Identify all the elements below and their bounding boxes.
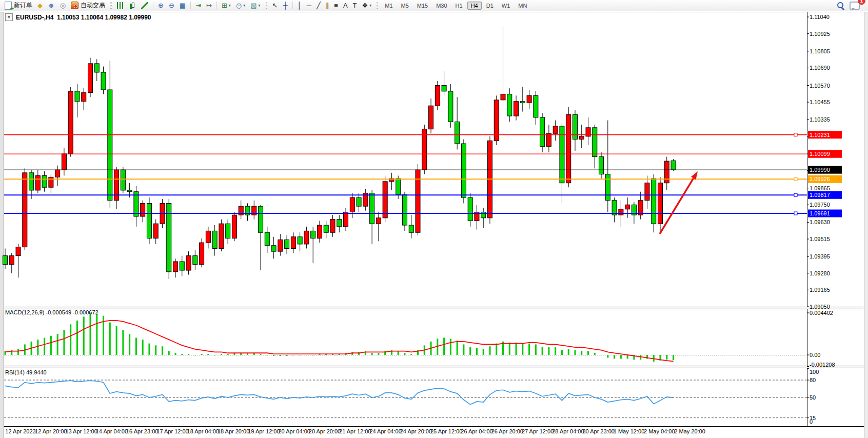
insert-group-separator bbox=[216, 2, 217, 9]
cursor-icon-glyph: ↖ bbox=[272, 2, 278, 10]
candle bbox=[527, 95, 531, 103]
candle bbox=[383, 182, 387, 218]
time-axis-label: 2 May 20:00 bbox=[674, 428, 705, 434]
zoom-out-icon[interactable]: ⊖ bbox=[167, 0, 176, 11]
candle bbox=[82, 93, 86, 102]
macd-axis-label: 0.004402 bbox=[810, 310, 833, 316]
candle bbox=[402, 194, 407, 225]
templates-icon[interactable]: ▧▾ bbox=[248, 0, 262, 11]
timeframe-H1[interactable]: H1 bbox=[452, 2, 466, 10]
horizontal-line-icon[interactable]: ─ bbox=[305, 0, 313, 11]
macd-histogram-bar bbox=[371, 353, 373, 355]
panel-splitter-0[interactable] bbox=[4, 307, 864, 309]
candle bbox=[226, 224, 230, 238]
dropdown-arrow-icon[interactable]: ▾ bbox=[229, 3, 231, 8]
candle bbox=[141, 203, 145, 216]
text-label-icon[interactable]: T bbox=[351, 0, 359, 11]
time-axis-label: 17 Apr 12:00 bbox=[156, 428, 188, 434]
macd-histogram-bar bbox=[260, 354, 262, 355]
candlestick-chart-icon-glyph bbox=[129, 2, 136, 9]
equidistant-channel-icon[interactable]: ∥ bbox=[324, 0, 331, 11]
chart-shift-icon[interactable]: ↦ bbox=[204, 0, 214, 11]
timeframe-M1[interactable]: M1 bbox=[381, 2, 396, 10]
line-chart-icon[interactable] bbox=[139, 0, 150, 11]
timeframe-M15[interactable]: M15 bbox=[413, 2, 431, 10]
macd-axis-label: -0.001208 bbox=[810, 362, 835, 368]
candle bbox=[507, 94, 512, 116]
vertical-line-icon[interactable]: │ bbox=[295, 0, 304, 11]
candle bbox=[370, 193, 374, 224]
crosshair-icon[interactable]: ┼ bbox=[281, 0, 289, 11]
candle bbox=[62, 154, 66, 170]
cursor-icon[interactable]: ↖ bbox=[270, 0, 280, 11]
panel-splitter-1[interactable] bbox=[4, 366, 864, 368]
candle bbox=[540, 117, 545, 147]
timeframe-M30[interactable]: M30 bbox=[432, 2, 450, 10]
macd-histogram-bar bbox=[37, 340, 38, 355]
chart-canvas[interactable]: 1.110401.109251.108051.106901.105701.104… bbox=[0, 0, 868, 438]
candlestick-chart-icon[interactable] bbox=[127, 0, 138, 11]
candle bbox=[357, 197, 361, 206]
autotrading-button[interactable]: 自动交易 bbox=[69, 0, 107, 11]
timeframe-D1[interactable]: D1 bbox=[483, 2, 497, 10]
fibonacci-icon[interactable]: ≡ bbox=[332, 0, 340, 11]
time-axis-label: 18 Apr 20:00 bbox=[218, 428, 249, 434]
candle bbox=[147, 203, 151, 238]
rsi-indicator-label: RSI(14) 49.9440 bbox=[5, 369, 47, 375]
zoom-out-icon-glyph: ⊖ bbox=[169, 2, 174, 10]
dropdown-arrow-icon[interactable]: ▾ bbox=[243, 3, 245, 8]
marketwatch-icon[interactable]: ◆ bbox=[35, 0, 45, 11]
macd-histogram-bar bbox=[221, 354, 222, 355]
window-right-edge bbox=[864, 12, 868, 438]
price-tick-label: 1.10335 bbox=[810, 116, 830, 123]
bar-chart-icon[interactable] bbox=[115, 0, 126, 11]
zoom-in-icon[interactable]: ⊕ bbox=[156, 0, 166, 11]
new-order-button[interactable]: 新订单 bbox=[3, 0, 34, 11]
timeframe-W1[interactable]: W1 bbox=[498, 2, 514, 10]
signals-icon[interactable]: ◎ bbox=[58, 0, 68, 11]
candle bbox=[501, 94, 505, 100]
navigator-icon-glyph: ☻ bbox=[48, 2, 55, 10]
rsi-axis-label: 50 bbox=[810, 394, 816, 401]
macd-histogram-bar bbox=[299, 355, 301, 355]
marketwatch-icon-glyph: ◆ bbox=[37, 2, 43, 10]
macd-histogram-bar bbox=[398, 351, 399, 355]
candle bbox=[422, 129, 427, 170]
auto-scroll-icon[interactable]: ⇥ bbox=[193, 0, 203, 11]
support-line-2-handle[interactable] bbox=[794, 212, 797, 215]
templates-icon-glyph: ▧ bbox=[250, 2, 257, 10]
timeframe-MN[interactable]: MN bbox=[515, 2, 530, 10]
candle bbox=[605, 174, 610, 201]
macd-histogram-bar bbox=[476, 348, 478, 355]
macd-histogram-bar bbox=[378, 353, 379, 355]
dropdown-arrow-icon[interactable]: ▾ bbox=[369, 3, 371, 8]
macd-histogram-bar bbox=[496, 344, 497, 355]
navigator-icon[interactable]: ☻ bbox=[46, 0, 57, 11]
symbol-dropdown-icon[interactable]: ▼ bbox=[5, 13, 13, 21]
tile-windows-icon[interactable]: ▦ bbox=[177, 0, 188, 11]
timeframe-M5[interactable]: M5 bbox=[398, 2, 412, 10]
timeframes-separator bbox=[377, 2, 378, 9]
arrows-icon[interactable]: ❖▾ bbox=[360, 0, 374, 11]
pivot-line-handle[interactable] bbox=[794, 177, 797, 181]
chat-icon[interactable]: 1 bbox=[847, 0, 862, 11]
resistance-line-1-handle[interactable] bbox=[794, 133, 797, 136]
search-icon[interactable] bbox=[835, 0, 846, 11]
candle bbox=[121, 170, 125, 190]
macd-histogram-bar bbox=[509, 343, 510, 355]
indicators-icon-glyph: ⊞ bbox=[222, 2, 227, 10]
support-line-1-handle[interactable] bbox=[794, 193, 797, 196]
candle bbox=[9, 256, 14, 265]
periods-icon[interactable]: ◷▾ bbox=[234, 0, 247, 11]
candle bbox=[278, 240, 283, 251]
indicators-icon[interactable]: ⊞▾ bbox=[220, 0, 233, 11]
dropdown-arrow-icon[interactable]: ▾ bbox=[259, 3, 261, 8]
candle bbox=[658, 183, 663, 224]
trendline-icon[interactable]: ╱ bbox=[314, 0, 323, 11]
candle bbox=[304, 231, 309, 244]
vertical-line-icon-glyph: │ bbox=[298, 2, 302, 10]
timeframe-H4[interactable]: H4 bbox=[467, 2, 482, 10]
macd-histogram-bar bbox=[273, 355, 274, 356]
text-icon[interactable]: A bbox=[341, 0, 350, 11]
macd-histogram-bar bbox=[286, 355, 288, 356]
